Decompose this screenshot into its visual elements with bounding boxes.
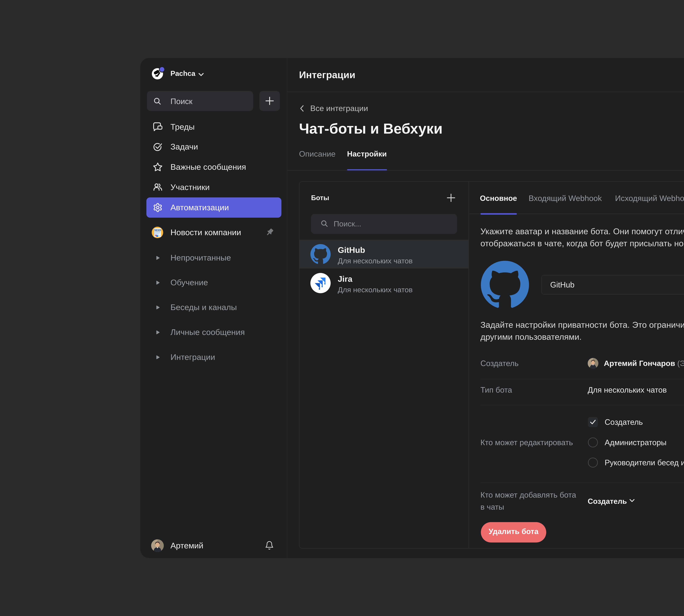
svg-text:NEWS: NEWS <box>155 229 161 232</box>
